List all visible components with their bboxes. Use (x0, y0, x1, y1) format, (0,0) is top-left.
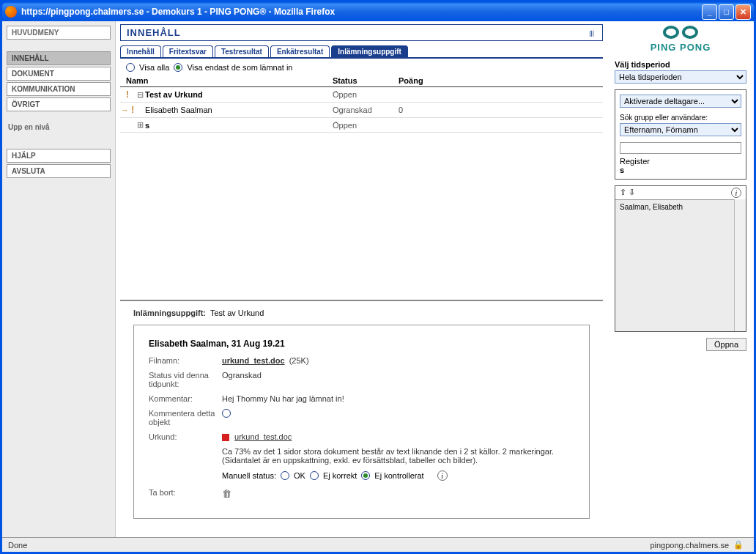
titlebar: https://pingpong.chalmers.se - Demokurs … (2, 2, 754, 21)
register-label: Register (620, 157, 741, 166)
period-select[interactable]: Hela tidsperioden (615, 70, 746, 84)
scrollbar[interactable] (734, 199, 746, 331)
radio-ej-korrekt[interactable] (310, 471, 319, 480)
period-label: Välj tidsperiod (615, 60, 746, 69)
manual-status-label: Manuell status: (222, 471, 276, 480)
register-value: s (620, 166, 624, 174)
detail-panel: Inlämningsuppgift: Test av Urkund Elisab… (120, 301, 603, 534)
radio-ok[interactable] (281, 471, 289, 480)
filter-submitted-label: Visa endast de som lämnat in (187, 63, 292, 72)
col-status: Status (333, 76, 399, 85)
search-input[interactable] (620, 142, 741, 154)
tab-enkatresultat[interactable]: Enkätresultat (270, 45, 330, 57)
detail-section-value: Test av Urkund (210, 309, 264, 317)
urkund-text: Ca 73% av det 1 sidor stora dokument bes… (222, 447, 574, 465)
detail-heading: Elisabeth Saalman, 31 Aug 19.21 (149, 339, 574, 349)
radio-show-all[interactable] (126, 63, 135, 72)
tab-testresultat[interactable]: Testresultat (215, 45, 269, 57)
filename-link[interactable]: urkund_test.doc (222, 356, 285, 365)
sidebar-up-label[interactable]: Upp en nivå (7, 120, 111, 134)
tabs: Innehåll Fritextsvar Testresultat Enkätr… (120, 45, 603, 59)
radio-ej-kontrollerat[interactable] (361, 471, 370, 480)
list-info-icon[interactable]: i (731, 188, 741, 198)
delete-label: Ta bort: (149, 488, 222, 499)
urkund-status-icon (222, 434, 229, 441)
stats-icon[interactable]: ⫼ (588, 28, 596, 38)
sidebar-main-title: HUVUDMENY (7, 26, 111, 40)
radio-show-submitted[interactable] (174, 63, 182, 72)
open-button[interactable]: Öppna (706, 338, 746, 351)
col-score: Poäng (399, 76, 442, 85)
trash-icon[interactable]: 🗑 (222, 488, 231, 499)
sidebar-item-help[interactable]: HJÄLP (7, 149, 111, 163)
sidebar: HUVUDMENY INNEHÅLL DOKUMENT KOMMUNIKATIO… (2, 21, 116, 537)
status-left: Done (8, 541, 650, 550)
sidebar-item-kommunikation[interactable]: KOMMUNIKATION (7, 82, 111, 96)
urkund-file-link[interactable]: urkund_test.doc (234, 432, 292, 441)
comment-object-radio[interactable] (222, 409, 231, 418)
comment-value: Hej Thommy Nu har jag lämnat in! (222, 394, 574, 403)
page-header: INNEHÅLL ⫼ (120, 24, 603, 41)
status-domain: pingpong.chalmers.se (650, 541, 729, 550)
filename-label: Filnamn: (149, 356, 222, 365)
col-name: Namn (120, 76, 333, 85)
minimize-button[interactable]: _ (702, 4, 717, 20)
user-list: ⇧ ⇩ i Saalman, Elisabeth (615, 185, 746, 332)
table-row[interactable]: ⊞sÖppen (120, 118, 603, 133)
firefox-icon (5, 6, 17, 18)
statusbar: Done pingpong.chalmers.se 🔒 (2, 537, 754, 552)
sidebar-item-innehall[interactable]: INNEHÅLL (7, 51, 111, 65)
table-row[interactable]: !⊟Test av UrkundÖppen (120, 87, 603, 103)
sidebar-item-dokument[interactable]: DOKUMENT (7, 67, 111, 81)
status-value: Ogranskad (222, 371, 574, 388)
right-column: PING PONG Välj tidsperiod Hela tidsperio… (607, 21, 754, 537)
search-label: Sök grupp eller användare: (620, 114, 741, 122)
lock-icon: 🔒 (733, 540, 744, 550)
tab-innehall[interactable]: Innehåll (120, 45, 161, 57)
comment-obj-label: Kommentera detta objekt (149, 409, 222, 426)
table-row[interactable]: → !Elisabeth SaalmanOgranskad0 (120, 103, 603, 118)
logo: PING PONG (615, 26, 746, 53)
tab-fritextsvar[interactable]: Fritextsvar (163, 45, 213, 57)
window-title: https://pingpong.chalmers.se - Demokurs … (21, 7, 702, 17)
sidebar-item-quit[interactable]: AVSLUTA (7, 164, 111, 178)
close-button[interactable]: ✕ (735, 4, 751, 20)
detail-section-label: Inlämningsuppgift: (133, 309, 206, 317)
sidebar-item-ovrigt[interactable]: ÖVRIGT (7, 97, 111, 111)
urkund-label: Urkund: (149, 432, 222, 441)
status-label: Status vid denna tidpunkt: (149, 371, 222, 388)
participants-select[interactable]: Aktiverade deltagare... (620, 95, 741, 108)
filesize: (25K) (289, 356, 309, 365)
sort-icons[interactable]: ⇧ ⇩ (620, 188, 635, 198)
list-item[interactable]: Saalman, Elisabeth (620, 203, 741, 211)
page-title: INNEHÅLL (127, 27, 181, 38)
comment-label: Kommentar: (149, 394, 222, 403)
info-icon[interactable]: i (437, 470, 448, 481)
tab-inlamning[interactable]: Inlämningsuppgift (331, 45, 408, 57)
filter-all-label: Visa alla (139, 63, 169, 72)
name-select[interactable]: Efternamn, Förnamn (620, 123, 741, 136)
maximize-button[interactable]: □ (719, 4, 734, 20)
